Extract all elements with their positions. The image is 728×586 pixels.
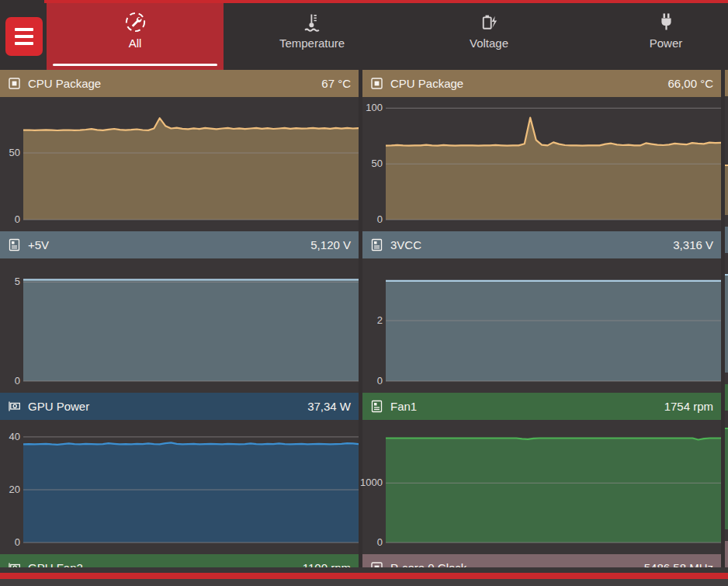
y-tick-label: 0 xyxy=(15,536,20,550)
sensor-header[interactable]: P-core 0 Clock 5486,58 MHz xyxy=(362,554,721,567)
cpu-chip-icon xyxy=(370,77,383,90)
sensor-value: 37,34 W xyxy=(307,400,351,413)
sensor-value: 66,00 °C xyxy=(667,77,713,90)
y-axis-labels: 500 xyxy=(0,97,23,231)
cutoff-sensor-chart xyxy=(725,411,728,541)
tab-temperature[interactable]: Temperature xyxy=(224,0,400,70)
y-tick-label: 5 xyxy=(15,275,20,289)
chart-plot xyxy=(23,420,359,554)
sensor-chart: 20 xyxy=(362,258,721,393)
sensor-header[interactable]: 3VCC 3,316 V xyxy=(362,231,721,258)
active-tab-underline xyxy=(53,64,217,66)
y-axis-labels: 40200 xyxy=(0,420,23,554)
cutoff-sensor-header xyxy=(725,227,728,253)
panel-fan1: Fan1 1754 rpm 10000 xyxy=(362,393,721,554)
gpu-card-icon xyxy=(8,400,21,413)
tab-bar: All Temperature Voltage xyxy=(0,0,728,70)
cutoff-sensor-chart xyxy=(725,96,728,227)
chart-plot xyxy=(386,420,721,554)
sensor-title: CPU Package xyxy=(28,77,101,90)
cutoff-sensor-header xyxy=(725,541,728,567)
window-bottom-chrome xyxy=(0,573,728,586)
cpu-chip-icon xyxy=(8,77,21,90)
sensor-value: 3,316 V xyxy=(673,238,713,251)
y-tick-label: 0 xyxy=(377,213,383,227)
chart-plot xyxy=(386,97,721,231)
tab-all[interactable]: All xyxy=(47,0,224,70)
y-tick-label: 50 xyxy=(372,157,383,171)
y-tick-label: 2 xyxy=(377,314,383,328)
sensor-title: +5V xyxy=(28,238,49,251)
cpu-chip-icon xyxy=(370,561,383,567)
sensor-column-2: CPU Package 66,00 °C 100500 3VCC 3,316 V xyxy=(362,70,721,567)
panel-plus5v: +5V 5,120 V 50 xyxy=(0,231,359,393)
y-tick-label: 40 xyxy=(9,430,20,444)
plug-icon xyxy=(654,10,678,34)
panel-pcore0-clock: P-core 0 Clock 5486,58 MHz xyxy=(362,554,721,567)
cutoff-sensor-header xyxy=(725,70,728,96)
thermometer-icon xyxy=(300,10,324,34)
y-axis-labels: 10000 xyxy=(362,420,386,554)
y-axis-labels: 100500 xyxy=(362,97,386,231)
y-tick-label: 1000 xyxy=(360,476,383,490)
hamburger-icon xyxy=(15,28,33,31)
sensor-value: 5,120 V xyxy=(310,238,351,251)
mainboard-icon xyxy=(8,238,21,251)
y-tick-label: 50 xyxy=(9,146,20,160)
y-tick-label: 20 xyxy=(9,483,20,497)
gauge-wrench-icon xyxy=(123,10,147,34)
tab-voltage[interactable]: Voltage xyxy=(400,0,577,70)
top-accent-line xyxy=(44,0,728,3)
sensor-title: CPU Package xyxy=(390,77,463,90)
panel-gpu-power: GPU Power 37,34 W 40200 xyxy=(0,393,359,554)
sensor-header[interactable]: Fan1 1754 rpm xyxy=(362,393,721,420)
sensor-header[interactable]: CPU Package 66,00 °C xyxy=(362,70,721,97)
sensor-header[interactable]: GPU Power 37,34 W xyxy=(0,393,359,420)
sensor-chart: 40200 xyxy=(0,420,359,554)
battery-bolt-icon xyxy=(477,10,501,34)
sensor-chart: 50 xyxy=(0,258,359,393)
sensor-header[interactable]: +5V 5,120 V xyxy=(0,231,359,258)
mainboard-icon xyxy=(370,238,383,251)
sensor-header[interactable]: CPU Package 67 °C xyxy=(0,70,359,97)
mainboard-icon xyxy=(370,400,383,413)
panel-cpu-package-temp: CPU Package 67 °C 500 xyxy=(0,70,359,231)
y-tick-label: 0 xyxy=(377,536,383,550)
y-tick-label: 0 xyxy=(15,213,20,227)
sensor-title: GPU Fan2 xyxy=(28,561,83,567)
y-tick-label: 0 xyxy=(15,374,20,388)
sensor-value: 67 °C xyxy=(321,77,351,90)
gpu-card-icon xyxy=(8,561,21,567)
sensor-column-1: CPU Package 67 °C 500 +5V 5,120 V 5 xyxy=(0,70,359,567)
sensor-value: 1100 rpm xyxy=(303,561,351,567)
sensor-chart: 500 xyxy=(0,97,359,231)
cutoff-sensor-header xyxy=(725,384,728,411)
sensor-dashboard-window: All Temperature Voltage xyxy=(0,0,728,586)
sensor-chart: 100500 xyxy=(362,97,721,231)
y-axis-labels: 20 xyxy=(362,258,386,393)
sensor-title: GPU Power xyxy=(28,400,89,413)
panel-gpu-fan2: GPU Fan2 1100 rpm xyxy=(0,554,359,567)
sensor-chart: 10000 xyxy=(362,420,721,554)
chart-plot xyxy=(386,258,721,393)
cutoff-column xyxy=(725,70,728,567)
y-axis-labels: 50 xyxy=(0,258,23,393)
tab-label: Voltage xyxy=(470,36,508,50)
chart-plot xyxy=(23,97,359,231)
chart-plot xyxy=(23,258,359,393)
sensor-value: 5486,58 MHz xyxy=(644,561,713,567)
tab-power[interactable]: Power xyxy=(577,0,728,70)
bottom-accent-bar xyxy=(0,573,728,579)
sensor-title: Fan1 xyxy=(390,400,417,413)
sensor-header[interactable]: GPU Fan2 1100 rpm xyxy=(0,554,359,567)
y-tick-label: 0 xyxy=(377,374,383,388)
menu-button[interactable] xyxy=(5,17,43,56)
sensor-value: 1754 rpm xyxy=(664,400,713,413)
y-tick-label: 100 xyxy=(366,101,383,115)
cutoff-sensor-chart xyxy=(725,253,728,383)
panel-3vcc: 3VCC 3,316 V 20 xyxy=(362,231,721,393)
sensor-title: P-core 0 Clock xyxy=(390,561,466,567)
tab-label: Power xyxy=(650,36,683,50)
tab-strip: All Temperature Voltage xyxy=(47,0,728,70)
sensor-grid: CPU Package 67 °C 500 +5V 5,120 V 5 xyxy=(0,70,728,567)
